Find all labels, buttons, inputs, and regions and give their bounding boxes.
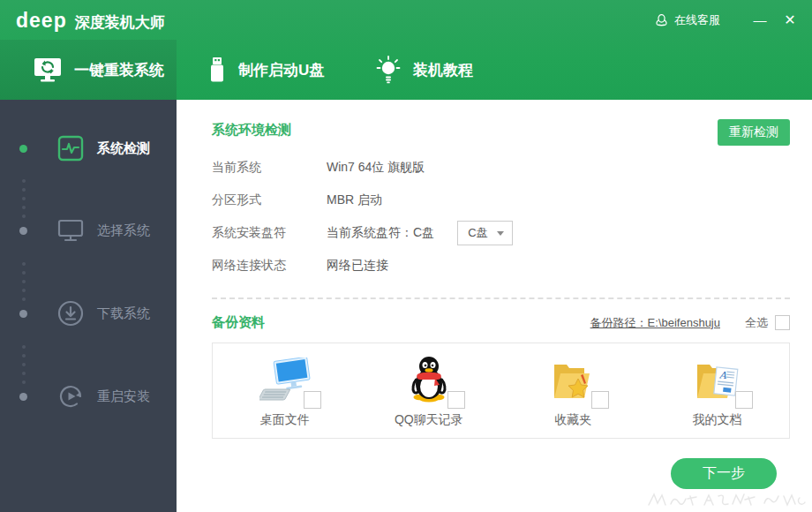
step-label: 系统检测 xyxy=(97,140,150,157)
backup-checkbox-qq-chat[interactable] xyxy=(447,391,465,409)
folder-star-icon xyxy=(549,358,597,403)
qq-penguin-icon xyxy=(409,356,449,403)
step-dot xyxy=(19,310,27,318)
row-value: 当前系统盘符：C盘 xyxy=(327,225,434,241)
dashed-divider xyxy=(212,297,790,299)
close-button[interactable]: ✕ xyxy=(775,0,805,40)
step-label: 下载系统 xyxy=(97,305,150,322)
drive-select-value: C盘 xyxy=(468,225,487,241)
app-window: deep 深度装机大师 在线客服 — ✕ xyxy=(0,0,812,512)
tab-label: 制作启动U盘 xyxy=(238,60,324,80)
app-title: 深度装机大师 xyxy=(75,12,165,33)
step-dot xyxy=(19,145,27,153)
backup-checkbox-favorites[interactable] xyxy=(591,391,609,409)
row-value: MBR 启动 xyxy=(327,192,382,208)
pulse-monitor-icon xyxy=(56,134,85,162)
online-service-label: 在线客服 xyxy=(674,12,720,28)
watermark-scribble xyxy=(644,486,812,512)
folder-document-icon: A xyxy=(692,358,741,403)
backup-item-label: 我的文档 xyxy=(692,412,741,428)
backup-item-desktop-files: 桌面文件 xyxy=(213,354,357,428)
tab-label: 一键重装系统 xyxy=(74,60,164,80)
backup-item-label: 桌面文件 xyxy=(260,412,310,428)
sidebar-steps: 系统检测 选择系统 xyxy=(0,100,177,512)
row-label: 网络连接状态 xyxy=(212,258,327,274)
header: deep 深度装机大师 在线客服 — ✕ xyxy=(0,0,812,100)
chevron-down-icon xyxy=(497,231,504,236)
backup-item-qq-chat: QQ聊天记录 xyxy=(357,354,500,428)
lightbulb-icon xyxy=(375,56,402,84)
sidebar-step-choose-system[interactable]: 选择系统 xyxy=(0,211,177,250)
tab-reinstall-system[interactable]: 一键重装系统 xyxy=(0,40,177,100)
row-label: 分区形式 xyxy=(212,192,327,208)
env-row-current-system: 当前系统 Win7 64位 旗舰版 xyxy=(212,157,790,178)
drive-select-dropdown[interactable]: C盘 xyxy=(457,221,512,245)
app-logo: deep 深度装机大师 xyxy=(16,9,165,33)
step-dot xyxy=(19,227,27,235)
row-value: 网络已连接 xyxy=(327,258,388,274)
download-circle-icon xyxy=(56,299,85,328)
env-row-network-status: 网络连接状态 网络已连接 xyxy=(212,255,790,276)
section-title-backup: 备份资料 xyxy=(212,314,590,331)
step-label: 重启安装 xyxy=(97,388,150,405)
row-label: 系统安装盘符 xyxy=(212,225,327,241)
monitor-refresh-icon xyxy=(33,56,63,84)
backup-items-box: 桌面文件 xyxy=(212,343,790,439)
main-nav: 一键重装系统 制作启动U盘 xyxy=(0,40,812,100)
qq-penguin-outline-icon xyxy=(654,12,669,27)
titlebar: deep 深度装机大师 在线客服 — ✕ xyxy=(0,0,812,40)
select-all-checkbox[interactable] xyxy=(775,315,790,330)
backup-item-label: 收藏夹 xyxy=(554,412,591,428)
backup-path-link[interactable]: 备份路径：E:\beifenshuju xyxy=(590,315,720,331)
next-step-button[interactable]: 下一步 xyxy=(671,458,777,489)
backup-item-label: QQ聊天记录 xyxy=(395,412,463,428)
backup-item-favorites: 收藏夹 xyxy=(501,354,645,428)
recheck-button[interactable]: 重新检测 xyxy=(718,119,790,146)
sidebar-step-restart-install[interactable]: 重启安装 xyxy=(0,377,177,416)
main-content: 系统环境检测 重新检测 当前系统 Win7 64位 旗舰版 分区形式 MBR 启… xyxy=(177,100,812,512)
sidebar-step-system-check[interactable]: 系统检测 xyxy=(0,129,177,168)
row-label: 当前系统 xyxy=(212,160,327,176)
online-service-button[interactable]: 在线客服 xyxy=(654,12,720,28)
sidebar-step-download-system[interactable]: 下载系统 xyxy=(0,294,177,333)
step-label: 选择系统 xyxy=(97,222,150,239)
backup-item-my-documents: A 我的文档 xyxy=(645,354,789,428)
step-dot xyxy=(19,393,27,401)
tab-make-boot-usb[interactable]: 制作启动U盘 xyxy=(177,40,344,100)
env-detection-rows: 当前系统 Win7 64位 旗舰版 分区形式 MBR 启动 系统安装盘符 当前系… xyxy=(212,157,790,276)
env-row-partition-type: 分区形式 MBR 启动 xyxy=(212,190,790,211)
backup-checkbox-my-documents[interactable] xyxy=(735,391,753,409)
row-value: Win7 64位 旗舰版 xyxy=(327,160,425,176)
tab-label: 装机教程 xyxy=(413,60,473,80)
minimize-button[interactable]: — xyxy=(745,0,775,40)
select-all-label: 全选 xyxy=(745,315,768,331)
env-row-install-drive: 系统安装盘符 当前系统盘符：C盘 C盘 xyxy=(212,222,790,244)
tab-install-tutorial[interactable]: 装机教程 xyxy=(344,40,503,100)
monitor-icon xyxy=(56,216,85,245)
backup-checkbox-desktop-files[interactable] xyxy=(304,391,321,409)
section-title-env-detection: 系统环境检测 xyxy=(212,119,291,139)
restart-icon xyxy=(56,382,85,410)
logo-wordmark: deep xyxy=(16,9,67,32)
usb-drive-icon xyxy=(207,56,227,84)
